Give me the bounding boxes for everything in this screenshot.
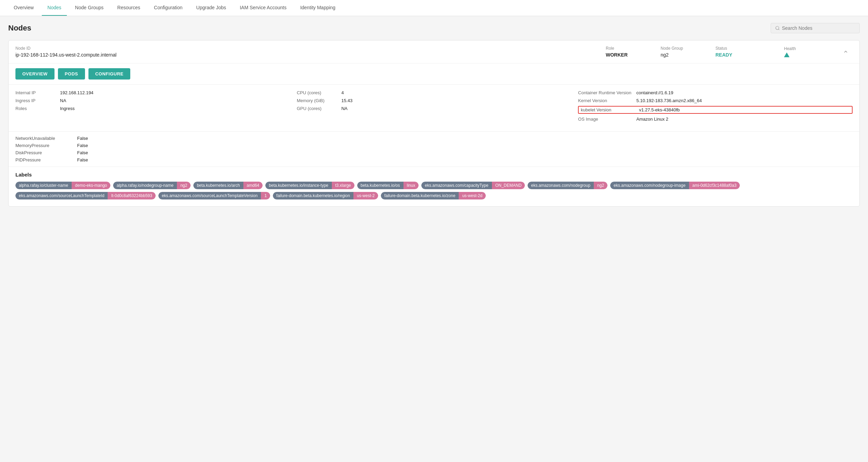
ingress-ip-val: NA [60,98,66,103]
status-col: Status READY [715,46,784,58]
kernel-row: Kernel Version 5.10.192-183.736.amzn2.x8… [578,98,853,103]
page-header: Nodes [8,23,860,33]
tab-resources[interactable]: Resources [112,0,146,16]
label-item: alpha.rafay.io/cluster-namedemo-eks-mang… [15,182,110,189]
kubelet-key: kubelet Version [581,107,639,112]
health-col: Health [784,46,839,57]
search-input[interactable] [782,25,855,31]
ingress-ip-row: Ingress IP NA [15,98,290,103]
roles-val: Ingress [60,106,75,111]
container-runtime-key: Container Runtime Version [578,90,636,95]
label-key: eks.amazonaws.com/nodegroup [528,182,594,189]
gpu-row: GPU (cores) NA [297,106,571,111]
ingress-ip-key: Ingress IP [15,98,60,103]
container-runtime-row: Container Runtime Version containerd://1… [578,90,853,95]
label-item: eks.amazonaws.com/nodegroup-imageami-0d6… [610,182,740,189]
node-group-value: ng2 [661,52,715,58]
memory-pressure-val: False [77,143,88,148]
kubelet-highlight: kubelet Version v1.27.5-eks-43840fb [578,106,853,114]
pid-pressure-row: PIDPressure False [15,157,853,162]
node-id-label: Node ID [15,46,606,51]
chevron-up-icon [843,49,848,54]
page-title: Nodes [8,24,31,33]
label-value: ng2 [594,182,607,189]
node-group-label: Node Group [661,46,715,51]
configure-button[interactable]: CONFIGURE [88,68,131,80]
tab-identity-mapping[interactable]: Identity Mapping [295,0,341,16]
label-key: eks.amazonaws.com/capacityType [421,182,492,189]
label-value: ON_DEMAND [492,182,525,189]
tab-iam-service-accounts[interactable]: IAM Service Accounts [234,0,292,16]
label-key: failure-domain.beta.kubernetes.io/region [273,192,353,199]
label-item: beta.kubernetes.io/oslinux [357,182,419,189]
node-id-value: ip-192-168-112-194.us-west-2.compute.int… [15,52,606,58]
labels-body: Labels alpha.rafay.io/cluster-namedemo-e… [9,167,859,206]
kubelet-row: kubelet Version v1.27.5-eks-43840fb [578,106,853,114]
label-item: eks.amazonaws.com/sourceLaunchTemplateVe… [158,192,270,199]
tab-configuration[interactable]: Configuration [148,0,188,16]
details-col-1: Internal IP 192.168.112.194 Ingress IP N… [15,90,290,124]
node-id-col: Node ID ip-192-168-112-194.us-west-2.com… [15,46,606,58]
label-key: eks.amazonaws.com/sourceLaunchTemplateVe… [158,192,261,199]
tab-node-groups[interactable]: Node Groups [70,0,109,16]
label-value: amd64 [243,182,263,189]
memory-val: 15.43 [341,98,353,103]
label-item: alpha.rafay.io/nodegroup-nameng2 [113,182,191,189]
disk-pressure-row: DiskPressure False [15,150,853,155]
collapse-button[interactable] [839,49,853,54]
label-value: ami-0d62cf3c1488af0a3 [689,182,740,189]
network-unavailable-row: NetworkUnavailable False [15,136,853,141]
node-card-header: Node ID ip-192-168-112-194.us-west-2.com… [9,40,859,63]
label-item: eks.amazonaws.com/sourceLaunchTemplateId… [15,192,156,199]
label-key: beta.kubernetes.io/os [357,182,403,189]
label-item: eks.amazonaws.com/capacityTypeON_DEMAND [421,182,525,189]
label-key: failure-domain.beta.kubernetes.io/zone [381,192,459,199]
label-value: us-west-2 [353,192,378,199]
label-value: lt-0d0c8af63224bb593 [108,192,155,199]
tab-overview[interactable]: Overview [8,0,39,16]
gpu-key: GPU (cores) [297,106,341,111]
internal-ip-val: 192.168.112.194 [60,90,94,95]
details-col-3: Container Runtime Version containerd://1… [578,90,853,124]
search-icon [775,26,780,31]
label-value: t3.xlarge [332,182,354,189]
conditions-body: NetworkUnavailable False MemoryPressure … [9,132,859,167]
search-box [771,23,860,33]
kubelet-val: v1.27.5-eks-43840fb [639,107,680,112]
pods-button[interactable]: PODS [58,68,85,80]
memory-pressure-key: MemoryPressure [15,143,77,148]
labels-title: Labels [15,172,853,178]
kernel-val: 5.10.192-183.736.amzn2.x86_64 [636,98,702,103]
network-unavailable-key: NetworkUnavailable [15,136,77,141]
status-value: READY [715,52,784,58]
roles-row: Roles Ingress [15,106,290,111]
role-value: WORKER [606,52,661,58]
health-indicator [784,52,839,57]
os-image-row: OS Image Amazon Linux 2 [578,117,853,122]
kernel-key: Kernel Version [578,98,636,103]
tab-nodes[interactable]: Nodes [42,0,67,16]
label-key: alpha.rafay.io/cluster-name [15,182,72,189]
label-item: beta.kubernetes.io/instance-typet3.xlarg… [265,182,354,189]
overview-button[interactable]: OVERVIEW [15,68,55,80]
details-col-2: CPU (cores) 4 Memory (GiB) 15.43 GPU (co… [297,90,571,124]
labels-container: alpha.rafay.io/cluster-namedemo-eks-mang… [15,182,853,199]
network-unavailable-val: False [77,136,88,141]
node-card: Node ID ip-192-168-112-194.us-west-2.com… [8,40,860,207]
container-runtime-val: containerd://1.6.19 [636,90,673,95]
role-label: Role [606,46,661,51]
cpu-val: 4 [341,90,344,95]
memory-pressure-row: MemoryPressure False [15,143,853,148]
health-label: Health [784,46,839,51]
label-item: failure-domain.beta.kubernetes.io/zoneus… [381,192,486,199]
pid-pressure-val: False [77,157,88,162]
label-key: eks.amazonaws.com/nodegroup-image [610,182,689,189]
label-item: eks.amazonaws.com/nodegroupng2 [528,182,607,189]
pid-pressure-key: PIDPressure [15,157,77,162]
label-item: failure-domain.beta.kubernetes.io/region… [273,192,378,199]
tab-upgrade-jobs[interactable]: Upgrade Jobs [191,0,231,16]
svg-point-0 [776,26,779,29]
node-details-body: Internal IP 192.168.112.194 Ingress IP N… [9,85,859,132]
status-label: Status [715,46,784,51]
label-key: alpha.rafay.io/nodegroup-name [113,182,177,189]
